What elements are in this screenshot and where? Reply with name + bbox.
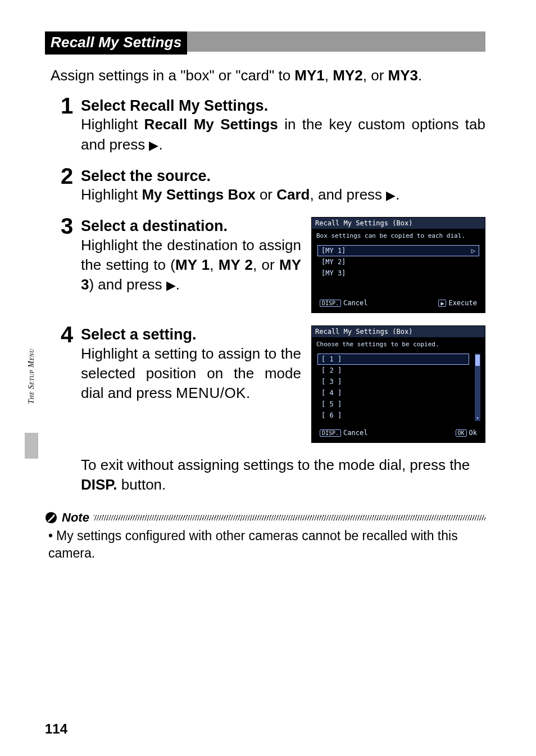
step-2-body-a: Highlight [81,186,142,203]
step-2: 2 Select the source. Highlight My Settin… [61,167,485,205]
bullet-icon: • [48,527,56,545]
lcd2-scroll-down-icon: ▾ [475,415,480,421]
lcd2-row-4: [ 4 ] [317,387,469,399]
page-number: 114 [45,721,67,737]
lcd2-cancel-text: Cancel [343,429,367,437]
step-1: 1 Select Recall My Settings. Highlight R… [61,97,485,155]
after4-a: To exit without assigning settings to th… [81,456,470,473]
lcd2-row-5: [ 5 ] [317,399,469,410]
step-3: 3 Select a destination. Highlight the de… [61,217,485,313]
step-3-sep2: , or [253,256,279,273]
section-header: Recall My Settings [45,31,187,55]
lcd1-row-my3: [MY 3] [317,268,479,279]
step-3-number: 3 [61,214,73,239]
step-3-sep1: , [210,256,219,273]
intro-my1: MY1 [294,67,324,84]
step-2-body-b2: Card [276,186,310,203]
lcd1-exec-text: Execute [448,299,477,307]
step-2-body-d: . [396,186,399,203]
lcd1-exec-btn-icon: ▶ [438,300,446,307]
lcd1-row-my1: [MY 1]▷ [317,245,479,256]
right-arrow-icon [386,186,396,203]
step-1-body-a: Highlight [81,116,144,133]
lcd2-scroll-thumb [475,355,480,366]
right-arrow-icon [149,136,158,153]
step-1-title: Select Recall My Settings. [81,97,485,115]
step-3-my1: MY 1 [175,256,210,273]
lcd2-message: Choose the settings to be copied. [312,337,485,354]
after4-b: button. [117,476,166,493]
intro-text: Assign settings in a "box" or "card" to … [51,66,485,85]
lcd1-row-arrow-icon: ▷ [471,247,475,255]
note-body-text: My settings configured with other camera… [48,528,458,560]
lcd1-cancel: DISP.Cancel [320,299,367,307]
lcd2-cancel: DISP.Cancel [320,429,367,437]
step-3-body: Highlight the destination to assign the … [81,236,301,295]
lcd2-cancel-btn-icon: DISP. [320,429,341,437]
step-4-screenshot: Recall My Settings (Box) Choose the sett… [311,325,485,443]
step-4-body: Highlight a setting to assign to the sel… [81,344,301,403]
step-1-title-bold: Recall My Settings [130,97,264,114]
step-2-body-b1: My Settings Box [142,186,255,203]
step-4-number: 4 [61,322,73,347]
step-4-body-b: . [246,384,250,401]
lcd2-ok-btn-icon: OK [456,429,467,437]
lcd2-row-1: [ 1 ] [317,354,469,365]
step-4: 4 Select a setting. Highlight a setting … [61,325,485,443]
step-1-number: 1 [61,93,73,119]
side-tab: The Setup Menu [25,348,39,444]
lcd2-row-1-label: [ 1 ] [321,355,342,363]
step-4-menuok: MENU/OK [176,384,246,401]
note-body: •My settings configured with other camer… [48,527,485,562]
lcd2-ok-text: Ok [469,429,477,437]
intro-my2: MY2 [333,67,362,84]
lcd1-message: Box settings can be copied to each dial. [312,229,485,245]
intro-sep1: , [325,67,333,84]
step-3-my2: MY 2 [219,256,253,273]
lcd1-title: Recall My Settings (Box) [312,218,485,229]
step-1-body: Highlight Recall My Settings in the key … [81,115,485,154]
step-3-body-b: ) and press [89,276,166,293]
intro-pre: Assign settings in a "box" or "card" to [51,67,294,84]
lcd1-row-my1-label: [MY 1] [321,247,346,255]
intro-end: . [418,67,422,84]
side-tab-bar [25,433,38,459]
step-3-screenshot: Recall My Settings (Box) Box settings ca… [311,217,485,313]
lcd1-cancel-btn-icon: DISP. [320,300,341,307]
step-2-title: Select the source. [81,167,485,185]
step-2-body-or: or [256,186,277,203]
step-3-body-c: . [176,276,180,293]
note-label: Note [62,510,89,525]
step-1-title-pre: Select [81,97,130,114]
step-4-after: To exit without assigning settings to th… [81,455,485,495]
lcd2-title: Recall My Settings (Box) [312,326,485,337]
step-2-body-c: , and press [310,186,386,203]
lcd2-row-6: [ 6 ] [317,410,469,421]
intro-my3: MY3 [388,67,418,84]
note-divider [94,515,485,520]
lcd2-row-2: [ 2 ] [317,365,469,376]
step-3-title: Select a destination. [81,217,301,235]
step-1-body-c: . [158,136,162,153]
step-2-number: 2 [61,164,73,189]
lcd2-row-3: [ 3 ] [317,376,469,387]
lcd1-cancel-text: Cancel [343,299,367,307]
side-tab-text: The Setup Menu [27,348,36,404]
lcd1-row-my2: [MY 2] [317,256,479,268]
step-1-body-bold: Recall My Settings [144,116,278,133]
step-4-title: Select a setting. [81,325,301,343]
note-header: Note [45,510,485,525]
right-arrow-icon [166,276,176,293]
step-2-body: Highlight My Settings Box or Card, and p… [81,185,485,205]
pencil-icon [45,511,57,524]
lcd2-ok: OKOk [456,429,478,437]
lcd2-scrollbar: ▾ [475,354,480,421]
lcd1-execute: ▶Execute [438,299,477,307]
step-1-title-post: . [264,97,269,114]
after4-disp: DISP. [81,476,117,493]
intro-or: , or [363,67,388,84]
